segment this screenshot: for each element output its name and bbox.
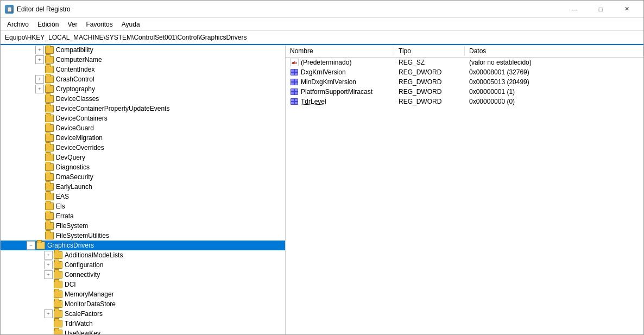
detail-row-MinDxgKrnlVersion[interactable]: MinDxgKrnlVersionREG_DWORD0x00005013 (20… (286, 77, 643, 87)
expand-btn-ScaleFactors[interactable]: + (44, 309, 53, 318)
detail-row-predeterminado[interactable]: ab(Predeterminado)REG_SZ(valor no establ… (286, 58, 643, 67)
tree-item-FileSystem[interactable]: FileSystem (1, 221, 285, 231)
tree-item-EarlyLaunch[interactable]: EarlyLaunch (1, 182, 285, 192)
expand-btn-CrashControl[interactable]: + (35, 75, 44, 84)
tree-item-DevQuery[interactable]: DevQuery (1, 153, 285, 162)
folder-icon-TdrWatch (54, 320, 62, 327)
tree-item-Diagnostics[interactable]: Diagnostics (1, 162, 285, 172)
tree-item-EAS[interactable]: EAS (1, 192, 285, 201)
tree-item-ContentIndex[interactable]: ContentIndex (1, 65, 285, 74)
expand-placeholder-Errata (35, 212, 44, 220)
folder-icon-UseNewKey (54, 330, 62, 334)
tree-label-CrashControl: CrashControl (56, 75, 94, 83)
tree-item-AdditionalModeLists[interactable]: +AdditionalModeLists (1, 250, 285, 260)
detail-row-PlatformSupportMiracast[interactable]: PlatformSupportMiracastREG_DWORD0x000000… (286, 87, 643, 97)
tree-label-DCI: DCI (65, 281, 76, 288)
tree-item-DeviceClasses[interactable]: DeviceClasses (1, 94, 285, 104)
minimize-button[interactable]: — (562, 1, 587, 17)
expand-btn-Configuration[interactable]: + (44, 261, 53, 269)
detail-row-TdrLevel[interactable]: TdrLevelREG_DWORD0x00000000 (0) (286, 97, 643, 106)
tree-item-Connectivity[interactable]: +Connectivity (1, 270, 285, 280)
tree-label-FileSystemUtilities: FileSystemUtilities (56, 232, 109, 239)
cell-nombre-DxgKrnlVersion: DxgKrnlVersion (286, 68, 394, 77)
main-content: +Compatibility+ComputerNameContentIndex+… (1, 45, 643, 334)
tree-item-Els[interactable]: Els (1, 201, 285, 211)
tree-label-EAS: EAS (56, 193, 69, 200)
tree-label-DevQuery: DevQuery (56, 154, 85, 161)
expand-btn-GraphicsDrivers[interactable]: − (27, 241, 35, 250)
folder-icon-GraphicsDrivers (36, 242, 45, 249)
tree-item-UseNewKey[interactable]: UseNewKey (1, 328, 285, 334)
tree-panel[interactable]: +Compatibility+ComputerNameContentIndex+… (1, 45, 286, 334)
tree-item-Cryptography[interactable]: +Cryptography (1, 84, 285, 94)
reg-icon-PlatformSupportMiracast (290, 88, 299, 96)
app-icon: 📋 (5, 5, 14, 14)
cell-tipo-MinDxgKrnlVersion: REG_DWORD (394, 78, 465, 86)
tree-item-ComputerName[interactable]: +ComputerName (1, 55, 285, 65)
folder-icon-EarlyLaunch (45, 183, 54, 191)
tree-item-DeviceMigration[interactable]: DeviceMigration (1, 133, 285, 143)
tree-item-CrashControl[interactable]: +CrashControl (1, 74, 285, 84)
tree-item-DeviceGuard[interactable]: DeviceGuard (1, 123, 285, 133)
folder-icon-Connectivity (54, 271, 62, 279)
expand-btn-Cryptography[interactable]: + (35, 85, 44, 93)
tree-item-DeviceContainerPropertyUpdateEvents[interactable]: DeviceContainerPropertyUpdateEvents (1, 104, 285, 113)
expand-placeholder-DCI (44, 280, 53, 289)
tree-label-ContentIndex: ContentIndex (56, 66, 94, 73)
tree-item-Errata[interactable]: Errata (1, 211, 285, 221)
expand-btn-Compatibility[interactable]: + (35, 46, 44, 54)
svg-rect-8 (291, 83, 294, 85)
expand-btn-Connectivity[interactable]: + (44, 270, 53, 279)
tree-item-FileSystemUtilities[interactable]: FileSystemUtilities (1, 231, 285, 241)
tree-item-Compatibility[interactable]: +Compatibility (1, 45, 285, 55)
registry-editor-window: 📋 Editor del Registro — □ ✕ Archivo Edic… (0, 0, 644, 335)
tree-item-MemoryManager[interactable]: MemoryManager (1, 289, 285, 299)
tree-label-DmaSecurity: DmaSecurity (56, 173, 93, 181)
folder-icon-DeviceGuard (45, 124, 54, 132)
col-nombre: Nombre (286, 46, 394, 56)
detail-panel[interactable]: Nombre Tipo Datos ab(Predeterminado)REG_… (286, 45, 643, 334)
tree-item-MonitorDataStore[interactable]: MonitorDataStore (1, 299, 285, 309)
menu-archivo[interactable]: Archivo (3, 19, 33, 30)
folder-icon-DevQuery (45, 154, 54, 161)
tree-item-GraphicsDrivers[interactable]: −GraphicsDrivers (1, 241, 285, 250)
address-bar[interactable]: Equipo\HKEY_LOCAL_MACHINE\SYSTEM\Control… (1, 31, 643, 45)
window-title: Editor del Registro (17, 5, 71, 13)
expand-placeholder-DevQuery (35, 153, 44, 162)
expand-placeholder-DeviceGuard (35, 124, 44, 132)
tree-item-TdrWatch[interactable]: TdrWatch (1, 319, 285, 328)
expand-btn-AdditionalModeLists[interactable]: + (44, 251, 53, 260)
maximize-button[interactable]: □ (588, 1, 613, 17)
cell-nombre-MinDxgKrnlVersion: MinDxgKrnlVersion (286, 78, 394, 86)
tree-label-FileSystem: FileSystem (56, 222, 88, 230)
svg-rect-17 (295, 99, 298, 101)
menu-favoritos[interactable]: Favoritos (81, 19, 117, 30)
svg-rect-3 (291, 73, 294, 75)
folder-icon-DmaSecurity (45, 173, 54, 181)
tree-label-Errata: Errata (56, 212, 74, 220)
cell-datos-MinDxgKrnlVersion: 0x00005013 (20499) (465, 78, 643, 86)
tree-item-DCI[interactable]: DCI (1, 280, 285, 289)
folder-icon-CrashControl (45, 75, 54, 83)
menu-ver[interactable]: Ver (63, 19, 81, 30)
close-button[interactable]: ✕ (614, 1, 639, 17)
folder-icon-MonitorDataStore (54, 300, 62, 308)
svg-rect-12 (295, 89, 298, 91)
tree-item-DeviceContainers[interactable]: DeviceContainers (1, 113, 285, 123)
tree-label-Compatibility: Compatibility (56, 46, 93, 54)
tree-item-DeviceOverrides[interactable]: DeviceOverrides (1, 143, 285, 153)
cell-datos-PlatformSupportMiracast: 0x00000001 (1) (465, 87, 643, 96)
tree-item-Configuration[interactable]: +Configuration (1, 260, 285, 270)
expand-btn-ComputerName[interactable]: + (35, 55, 44, 64)
menu-edicion[interactable]: Edición (33, 19, 63, 30)
tree-label-ScaleFactors: ScaleFactors (65, 310, 103, 318)
tree-item-ScaleFactors[interactable]: +ScaleFactors (1, 309, 285, 319)
cell-datos-TdrLevel: 0x00000000 (0) (465, 97, 643, 106)
menu-ayuda[interactable]: Ayuda (117, 19, 144, 30)
expand-placeholder-MemoryManager (44, 290, 53, 299)
tree-label-AdditionalModeLists: AdditionalModeLists (65, 251, 123, 259)
cell-nombre-TdrLevel: TdrLevel (286, 97, 394, 106)
svg-rect-16 (291, 99, 294, 101)
tree-item-DmaSecurity[interactable]: DmaSecurity (1, 172, 285, 182)
detail-row-DxgKrnlVersion[interactable]: DxgKrnlVersionREG_DWORD0x00008001 (32769… (286, 67, 643, 77)
